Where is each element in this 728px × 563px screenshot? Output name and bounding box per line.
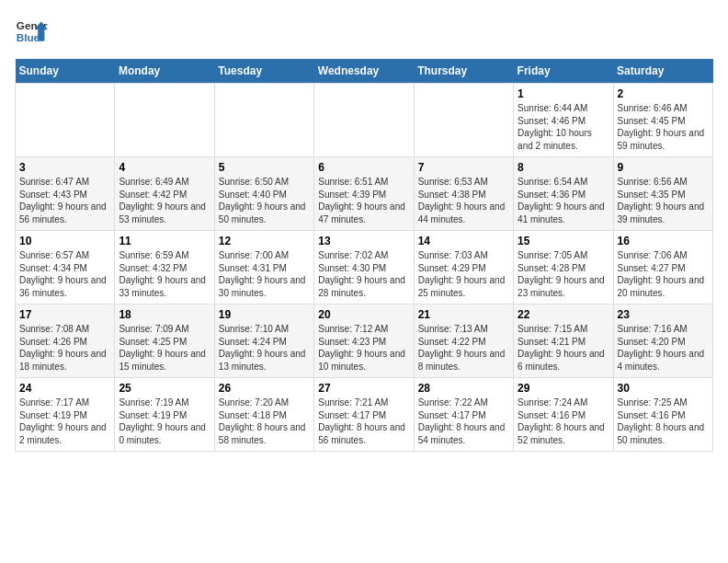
day-number: 7 [418, 161, 509, 174]
day-number: 18 [119, 308, 210, 321]
calendar-cell: 24Sunrise: 7:17 AM Sunset: 4:19 PM Dayli… [16, 378, 115, 452]
day-number: 14 [418, 235, 509, 247]
calendar-table: SundayMondayTuesdayWednesdayThursdayFrid… [15, 59, 713, 452]
day-number: 6 [318, 161, 409, 174]
day-number: 12 [219, 235, 310, 247]
calendar-cell: 25Sunrise: 7:19 AM Sunset: 4:19 PM Dayli… [115, 378, 214, 452]
calendar-cell: 18Sunrise: 7:09 AM Sunset: 4:25 PM Dayli… [115, 304, 214, 378]
day-number: 10 [19, 235, 110, 247]
day-number: 26 [219, 382, 310, 395]
day-info: Sunrise: 6:50 AM Sunset: 4:40 PM Dayligh… [219, 176, 310, 225]
day-info: Sunrise: 7:24 AM Sunset: 4:16 PM Dayligh… [518, 396, 609, 446]
day-number: 11 [119, 235, 210, 247]
col-header-wednesday: Wednesday [314, 59, 414, 84]
calendar-cell: 22Sunrise: 7:15 AM Sunset: 4:21 PM Dayli… [514, 304, 613, 378]
day-number: 27 [318, 382, 409, 395]
day-number: 9 [618, 161, 709, 174]
calendar-cell [414, 84, 513, 157]
calendar-cell: 12Sunrise: 7:00 AM Sunset: 4:31 PM Dayli… [214, 231, 313, 304]
calendar-week-row: 17Sunrise: 7:08 AM Sunset: 4:26 PM Dayli… [16, 304, 713, 378]
day-number: 28 [418, 382, 509, 395]
day-info: Sunrise: 6:46 AM Sunset: 4:45 PM Dayligh… [618, 102, 709, 152]
day-info: Sunrise: 7:25 AM Sunset: 4:16 PM Dayligh… [618, 396, 709, 446]
col-header-sunday: Sunday [16, 59, 115, 84]
day-number: 20 [318, 308, 409, 321]
calendar-cell: 10Sunrise: 6:57 AM Sunset: 4:34 PM Dayli… [16, 231, 115, 304]
day-info: Sunrise: 7:13 AM Sunset: 4:22 PM Dayligh… [418, 323, 509, 373]
day-info: Sunrise: 6:47 AM Sunset: 4:43 PM Dayligh… [19, 176, 110, 225]
day-info: Sunrise: 7:15 AM Sunset: 4:21 PM Dayligh… [518, 323, 609, 373]
day-info: Sunrise: 7:06 AM Sunset: 4:27 PM Dayligh… [618, 249, 709, 299]
day-number: 3 [19, 161, 110, 174]
day-info: Sunrise: 7:10 AM Sunset: 4:24 PM Dayligh… [219, 323, 310, 373]
calendar-cell: 5Sunrise: 6:50 AM Sunset: 4:40 PM Daylig… [214, 157, 313, 231]
day-info: Sunrise: 7:21 AM Sunset: 4:17 PM Dayligh… [318, 396, 409, 446]
day-number: 2 [618, 87, 709, 100]
calendar-cell: 11Sunrise: 6:59 AM Sunset: 4:32 PM Dayli… [115, 231, 214, 304]
calendar-cell: 6Sunrise: 6:51 AM Sunset: 4:39 PM Daylig… [314, 157, 414, 231]
day-info: Sunrise: 7:09 AM Sunset: 4:25 PM Dayligh… [119, 323, 210, 373]
col-header-saturday: Saturday [613, 59, 712, 84]
col-header-friday: Friday [514, 59, 613, 84]
day-info: Sunrise: 7:12 AM Sunset: 4:23 PM Dayligh… [318, 323, 409, 373]
logo: General Blue [15, 15, 48, 48]
day-info: Sunrise: 7:03 AM Sunset: 4:29 PM Dayligh… [418, 249, 509, 299]
calendar-cell: 26Sunrise: 7:20 AM Sunset: 4:18 PM Dayli… [214, 378, 313, 452]
calendar-cell: 8Sunrise: 6:54 AM Sunset: 4:36 PM Daylig… [514, 157, 613, 231]
col-header-thursday: Thursday [414, 59, 513, 84]
day-number: 8 [518, 161, 609, 174]
day-info: Sunrise: 7:00 AM Sunset: 4:31 PM Dayligh… [219, 249, 310, 299]
day-number: 30 [618, 382, 709, 395]
calendar-week-row: 1Sunrise: 6:44 AM Sunset: 4:46 PM Daylig… [16, 84, 713, 157]
calendar-cell: 3Sunrise: 6:47 AM Sunset: 4:43 PM Daylig… [16, 157, 115, 231]
calendar-cell: 1Sunrise: 6:44 AM Sunset: 4:46 PM Daylig… [514, 84, 613, 157]
calendar-cell: 14Sunrise: 7:03 AM Sunset: 4:29 PM Dayli… [414, 231, 513, 304]
calendar-cell: 23Sunrise: 7:16 AM Sunset: 4:20 PM Dayli… [613, 304, 712, 378]
day-number: 24 [19, 382, 110, 395]
calendar-cell [115, 84, 214, 157]
day-info: Sunrise: 7:16 AM Sunset: 4:20 PM Dayligh… [618, 323, 709, 373]
day-number: 21 [418, 308, 509, 321]
col-header-monday: Monday [115, 59, 214, 84]
calendar-week-row: 3Sunrise: 6:47 AM Sunset: 4:43 PM Daylig… [16, 157, 713, 231]
day-info: Sunrise: 7:02 AM Sunset: 4:30 PM Dayligh… [318, 249, 409, 299]
day-info: Sunrise: 7:17 AM Sunset: 4:19 PM Dayligh… [19, 396, 110, 446]
header: General Blue [15, 15, 713, 48]
day-number: 5 [219, 161, 310, 174]
day-info: Sunrise: 7:19 AM Sunset: 4:19 PM Dayligh… [119, 396, 210, 446]
day-info: Sunrise: 7:05 AM Sunset: 4:28 PM Dayligh… [518, 249, 609, 299]
svg-text:Blue: Blue [17, 31, 40, 43]
day-number: 4 [119, 161, 210, 174]
calendar-cell [214, 84, 313, 157]
day-info: Sunrise: 6:51 AM Sunset: 4:39 PM Dayligh… [318, 176, 409, 225]
calendar-cell: 4Sunrise: 6:49 AM Sunset: 4:42 PM Daylig… [115, 157, 214, 231]
calendar-cell: 13Sunrise: 7:02 AM Sunset: 4:30 PM Dayli… [314, 231, 414, 304]
day-number: 25 [119, 382, 210, 395]
day-info: Sunrise: 6:54 AM Sunset: 4:36 PM Dayligh… [518, 176, 609, 225]
calendar-cell: 19Sunrise: 7:10 AM Sunset: 4:24 PM Dayli… [214, 304, 313, 378]
day-number: 16 [618, 235, 709, 247]
calendar-cell: 16Sunrise: 7:06 AM Sunset: 4:27 PM Dayli… [613, 231, 712, 304]
day-info: Sunrise: 7:08 AM Sunset: 4:26 PM Dayligh… [19, 323, 110, 373]
day-number: 23 [618, 308, 709, 321]
day-info: Sunrise: 6:53 AM Sunset: 4:38 PM Dayligh… [418, 176, 509, 225]
calendar-week-row: 24Sunrise: 7:17 AM Sunset: 4:19 PM Dayli… [16, 378, 713, 452]
calendar-cell: 15Sunrise: 7:05 AM Sunset: 4:28 PM Dayli… [514, 231, 613, 304]
day-number: 19 [219, 308, 310, 321]
calendar-cell: 29Sunrise: 7:24 AM Sunset: 4:16 PM Dayli… [514, 378, 613, 452]
day-info: Sunrise: 6:44 AM Sunset: 4:46 PM Dayligh… [518, 102, 609, 152]
calendar-cell [314, 84, 414, 157]
calendar-cell: 17Sunrise: 7:08 AM Sunset: 4:26 PM Dayli… [16, 304, 115, 378]
calendar-header-row: SundayMondayTuesdayWednesdayThursdayFrid… [16, 59, 713, 84]
calendar-cell: 9Sunrise: 6:56 AM Sunset: 4:35 PM Daylig… [613, 157, 712, 231]
logo-icon: General Blue [15, 15, 48, 48]
calendar-cell: 21Sunrise: 7:13 AM Sunset: 4:22 PM Dayli… [414, 304, 513, 378]
day-info: Sunrise: 6:49 AM Sunset: 4:42 PM Dayligh… [119, 176, 210, 225]
calendar-cell [16, 84, 115, 157]
day-info: Sunrise: 7:22 AM Sunset: 4:17 PM Dayligh… [418, 396, 509, 446]
calendar-week-row: 10Sunrise: 6:57 AM Sunset: 4:34 PM Dayli… [16, 231, 713, 304]
day-number: 1 [518, 87, 609, 100]
calendar-cell: 7Sunrise: 6:53 AM Sunset: 4:38 PM Daylig… [414, 157, 513, 231]
day-number: 13 [318, 235, 409, 247]
calendar-cell: 27Sunrise: 7:21 AM Sunset: 4:17 PM Dayli… [314, 378, 414, 452]
